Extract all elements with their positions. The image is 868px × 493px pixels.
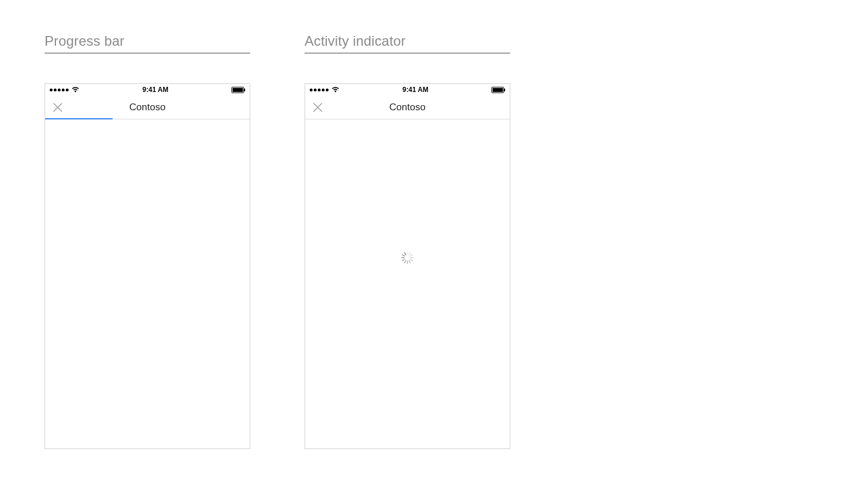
nav-title: Contoso (129, 102, 165, 113)
section-progress-bar: Progress bar 9:41 AM (45, 33, 250, 449)
close-icon (53, 103, 62, 112)
status-time: 9:41 AM (402, 86, 429, 94)
battery-icon (491, 87, 505, 93)
battery-icon (231, 87, 245, 93)
activity-indicator-icon (401, 251, 414, 264)
status-bar: 9:41 AM (305, 84, 510, 95)
section-heading-activity: Activity indicator (305, 33, 510, 54)
status-time: 9:41 AM (142, 86, 169, 94)
close-icon (313, 103, 322, 112)
wifi-icon (331, 87, 339, 93)
nav-bar: Contoso (305, 95, 510, 119)
status-left (50, 87, 79, 93)
nav-title: Contoso (389, 102, 425, 113)
nav-bar: Contoso (45, 95, 250, 119)
phone-content-empty (45, 119, 250, 448)
wifi-icon (71, 87, 79, 93)
close-button[interactable] (311, 101, 325, 114)
phone-content-loading (305, 119, 510, 448)
section-heading-progress: Progress bar (45, 33, 250, 54)
phone-frame-activity: 9:41 AM Contoso (305, 83, 510, 449)
status-bar: 9:41 AM (45, 84, 250, 95)
signal-strength-icon (50, 89, 69, 91)
phone-frame-progress: 9:41 AM Contoso (45, 83, 250, 449)
section-activity-indicator: Activity indicator 9:41 AM (305, 33, 510, 449)
close-button[interactable] (51, 101, 65, 114)
signal-strength-icon (310, 89, 329, 91)
status-left (310, 87, 339, 93)
